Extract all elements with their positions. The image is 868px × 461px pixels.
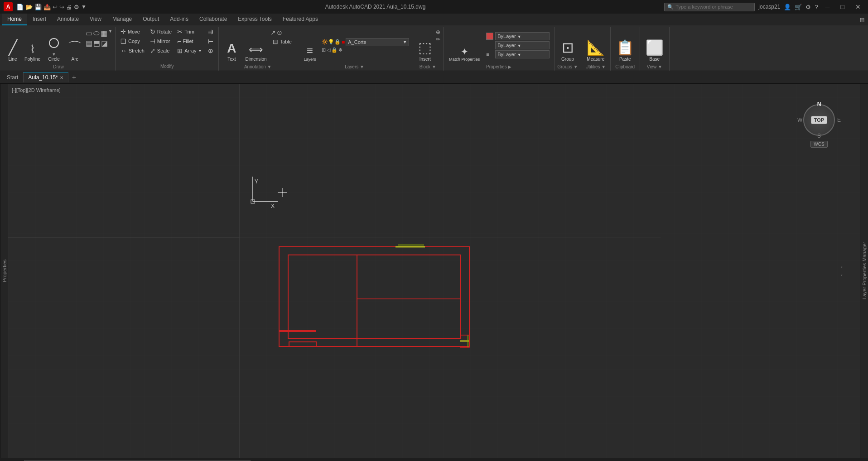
rotate-btn[interactable]: ↻ Rotate	[148, 27, 174, 36]
tab-output[interactable]: Output	[137, 14, 164, 25]
region-icon[interactable]: ◪	[101, 39, 108, 48]
undo-icon[interactable]: ↩	[53, 4, 58, 10]
search-input[interactable]	[675, 4, 743, 10]
tolerance-icon[interactable]: ⊙	[277, 29, 282, 36]
insert-btn[interactable]: ⬚ Insert	[415, 27, 435, 63]
color-select[interactable]: ByLayer ▼	[495, 32, 550, 40]
line-btn[interactable]: ╱ Line	[5, 27, 21, 63]
view-expand[interactable]: ▼	[658, 64, 662, 69]
layer-dropdown-icon[interactable]: ▼	[403, 40, 407, 44]
paste-btn[interactable]: 📋 Paste	[613, 27, 637, 63]
groups-expand[interactable]: ▼	[574, 64, 578, 69]
new-tab-btn[interactable]: +	[68, 72, 80, 83]
properties-expand[interactable]: ▶	[508, 64, 511, 69]
group-draw: ╱ Line ⌇ Polyline ▼ Circle	[2, 27, 116, 71]
user-icon[interactable]: 👤	[784, 4, 791, 10]
tab-view[interactable]: View	[84, 14, 107, 25]
text-btn[interactable]: A Text	[222, 27, 241, 63]
offset-btn[interactable]: ⇉	[206, 27, 216, 36]
tab-insert[interactable]: Insert	[27, 14, 52, 25]
save-as-icon[interactable]: 📤	[43, 4, 51, 10]
match-properties-btn[interactable]: ✦ Match Properties	[446, 27, 482, 63]
color-dropdown[interactable]: ▼	[517, 34, 521, 39]
block-editor-icon[interactable]: ✏	[436, 36, 440, 43]
toolbar-dropdown[interactable]: ▼	[81, 4, 87, 10]
new-icon[interactable]: 📄	[16, 4, 24, 10]
tab-collaborate[interactable]: Collaborate	[194, 14, 232, 25]
scale-btn[interactable]: ⤢ Scale	[148, 46, 174, 55]
layer-state-btn[interactable]: ⊞	[322, 47, 326, 53]
arc-btn[interactable]: ⌒ Arc	[65, 27, 85, 63]
cart-icon[interactable]: 🛒	[795, 4, 802, 10]
stretch-btn[interactable]: ↔ Stretch	[118, 46, 147, 55]
lineweight-select[interactable]: ByLayer ▼	[495, 50, 550, 58]
tab-start[interactable]: Start	[2, 72, 23, 82]
stretch-icon: ↔	[121, 47, 127, 54]
tab-home[interactable]: Home	[2, 14, 27, 25]
wcs-btn[interactable]: WCS	[810, 141, 827, 148]
tab-annotate[interactable]: Annotate	[52, 14, 84, 25]
layer-selector[interactable]: A_Corte ▼	[346, 38, 409, 46]
circle-dropdown-arrow[interactable]: ▼	[52, 52, 56, 57]
utilities-expand[interactable]: ▼	[601, 64, 606, 69]
leader-icon[interactable]: ↗	[270, 29, 276, 36]
ellipse-icon[interactable]: ⬭	[93, 29, 100, 38]
workspace-icon[interactable]: ⚙	[74, 4, 79, 10]
trim-btn[interactable]: ✂ Trim	[175, 27, 204, 36]
close-tab-btn[interactable]: ✕	[60, 75, 63, 80]
boundary-icon[interactable]: ⬒	[93, 39, 100, 48]
collapse-down-arrow[interactable]: ‹	[841, 272, 843, 278]
layer-props-sidebar[interactable]: Layer Properties Manager	[860, 84, 868, 458]
base-btn[interactable]: ⬜ Base	[643, 27, 666, 63]
redo-icon[interactable]: ↪	[59, 4, 64, 10]
app-icon[interactable]: A	[4, 2, 13, 11]
rect-icon[interactable]: ▭	[86, 29, 92, 38]
block-expand[interactable]: ▼	[432, 64, 436, 69]
array-dropdown[interactable]: ▼	[198, 49, 202, 53]
array-btn[interactable]: ⊞ Array ▼	[175, 46, 204, 55]
minimize-btn[interactable]: ─	[822, 1, 834, 12]
circle-btn[interactable]: ▼ Circle	[44, 27, 64, 63]
insert-icon: ⬚	[418, 40, 432, 55]
create-block-icon[interactable]: ⊕	[436, 29, 440, 35]
gradient-icon[interactable]: ▤	[86, 39, 92, 48]
linetype-dropdown[interactable]: ▼	[517, 43, 521, 48]
layer-properties-btn[interactable]: ≡ Layers	[300, 27, 320, 63]
search-box[interactable]: 🔍	[664, 3, 755, 11]
tab-manage[interactable]: Manage	[107, 14, 137, 25]
polyline-btn[interactable]: ⌇ Polyline	[22, 27, 43, 63]
collapse-up-arrow[interactable]: ‹	[841, 264, 843, 269]
settings-icon[interactable]: ⚙	[805, 4, 811, 10]
join-btn[interactable]: ⊕	[206, 46, 216, 55]
lineweight-dropdown[interactable]: ▼	[517, 53, 521, 57]
mirror-btn[interactable]: ⊣ Mirror	[148, 37, 174, 46]
measure-btn[interactable]: 📐 Measure	[584, 27, 608, 63]
linetype-select[interactable]: ByLayer ▼	[495, 41, 550, 49]
draw-more[interactable]: ▼	[108, 29, 112, 38]
tab-express[interactable]: Express Tools	[232, 14, 277, 25]
extend-btn[interactable]: ⊢	[206, 37, 216, 46]
express-tools-icon[interactable]: ▤	[858, 16, 866, 24]
close-btn[interactable]: ✕	[852, 1, 864, 12]
table-btn[interactable]: ⊟ Table	[270, 37, 294, 46]
layers-expand[interactable]: ▼	[360, 64, 364, 69]
maximize-btn[interactable]: □	[837, 1, 848, 12]
open-icon[interactable]: 📂	[25, 4, 33, 10]
hatch-icon[interactable]: ▦	[101, 29, 107, 38]
save-icon[interactable]: 💾	[34, 4, 42, 10]
annotation-expand[interactable]: ▼	[267, 64, 272, 69]
fillet-btn[interactable]: ⌐ Fillet	[175, 37, 204, 46]
properties-sidebar[interactable]: Properties	[0, 84, 8, 458]
tab-featured[interactable]: Featured Apps	[277, 14, 323, 25]
viewport[interactable]: [-][Top][2D Wireframe]	[8, 84, 860, 458]
help-icon[interactable]: ?	[815, 4, 818, 10]
layer-prev-btn[interactable]: ◁	[327, 47, 330, 53]
move-btn[interactable]: ✛ Move	[118, 27, 147, 36]
group-btn[interactable]: ⊡ Group	[558, 27, 578, 63]
dimension-btn[interactable]: ⟺ Dimension	[242, 27, 269, 63]
tab-addins[interactable]: Add-ins	[164, 14, 194, 25]
tab-drawing[interactable]: Aula_10.15* ✕	[23, 72, 68, 82]
copy-btn[interactable]: ❏ Copy	[118, 37, 147, 46]
plot-icon[interactable]: 🖨	[66, 4, 72, 10]
compass-top-label[interactable]: TOP	[811, 116, 827, 124]
